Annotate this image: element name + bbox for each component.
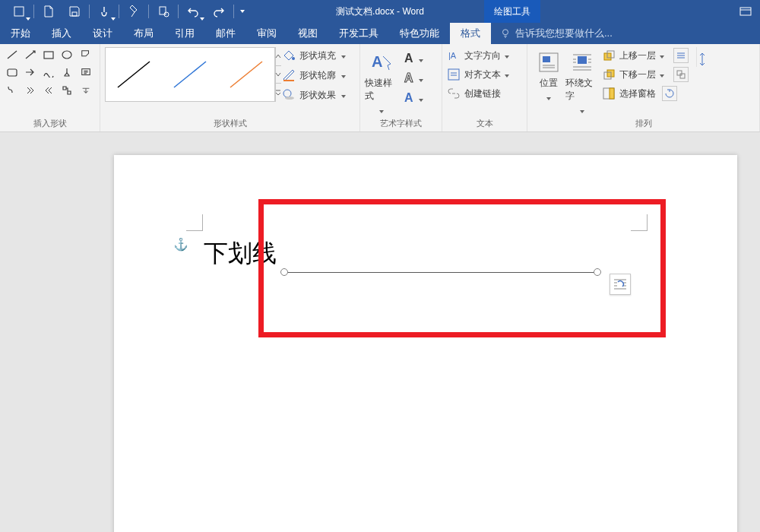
svg-rect-19 (448, 69, 459, 80)
redo-icon[interactable] (206, 0, 232, 23)
tab-references[interactable]: 引用 (164, 23, 205, 44)
tab-developer[interactable]: 开发工具 (328, 23, 389, 44)
qat-customize-icon[interactable] (236, 0, 249, 23)
group-wordart-styles: A 快速样式 A A A 艺术字样式 (360, 44, 442, 131)
position-button[interactable]: 位置 (532, 47, 565, 97)
svg-rect-0 (14, 7, 24, 16)
body-text[interactable]: 下划线 (204, 237, 277, 271)
undo-icon[interactable] (180, 0, 206, 23)
svg-text:A: A (372, 53, 382, 70)
pen-outline-icon (282, 68, 296, 82)
ribbon-display-options-icon[interactable] (734, 0, 757, 23)
align-text-button[interactable]: 对齐文本 (447, 66, 515, 83)
print-preview-icon[interactable] (150, 0, 176, 23)
group-label-arrange: 排列 (532, 118, 755, 131)
doc-filename: 测试文档.docx (336, 6, 394, 17)
tell-me-placeholder: 告诉我您想要做什么... (515, 27, 613, 40)
lightbulb-icon (500, 28, 511, 39)
quick-styles-button[interactable]: A 快速样式 (365, 47, 398, 109)
svg-rect-8 (8, 69, 17, 76)
new-file-icon[interactable] (36, 0, 62, 23)
selection-pane-button[interactable]: 选择窗格 (602, 85, 692, 102)
align-objects-icon[interactable] (673, 48, 689, 63)
wrap-text-button[interactable]: 环绕文字 (565, 47, 599, 109)
svg-rect-21 (543, 56, 550, 62)
align-text-icon (447, 68, 461, 81)
selection-pane-icon (602, 87, 616, 100)
resize-handle-right[interactable] (594, 268, 601, 276)
svg-rect-28 (680, 74, 685, 78)
group-objects-icon[interactable] (673, 67, 689, 82)
annotation-highlight-box (258, 199, 666, 337)
group-label-text: 文本 (447, 118, 522, 131)
tab-special[interactable]: 特色功能 (389, 23, 450, 44)
svg-rect-22 (578, 56, 587, 64)
group-label-shape-styles: 形状样式 (105, 118, 355, 131)
contextual-tab-label: 绘图工具 (484, 0, 540, 23)
svg-rect-30 (610, 88, 614, 99)
text-fill-button[interactable]: A (403, 50, 426, 67)
margin-corner-icon (186, 214, 203, 231)
format-painter-icon[interactable] (121, 0, 147, 23)
tab-home[interactable]: 开始 (0, 23, 41, 44)
svg-line-11 (174, 62, 206, 87)
bring-forward-button[interactable]: 上移一层 (602, 47, 692, 64)
tab-review[interactable]: 审阅 (246, 23, 287, 44)
tell-me-search[interactable]: 告诉我您想要做什么... (491, 23, 760, 44)
send-backward-button[interactable]: 下移一层 (602, 66, 692, 83)
shapes-gallery[interactable] (5, 47, 93, 97)
tab-format[interactable]: 格式 (450, 23, 491, 44)
position-icon (537, 50, 561, 74)
title-bar: 测试文档.docx - Word 绘图工具 (0, 0, 760, 23)
svg-point-7 (62, 51, 71, 59)
group-label-wordart: 艺术字样式 (365, 118, 437, 131)
tab-view[interactable]: 视图 (287, 23, 328, 44)
tab-insert[interactable]: 插入 (41, 23, 82, 44)
svg-point-13 (292, 57, 295, 60)
touch-mode-icon[interactable] (91, 0, 117, 23)
line-shape[interactable] (284, 272, 597, 274)
edit-shape-icon[interactable] (78, 47, 94, 62)
svg-point-15 (283, 90, 291, 97)
resize-handle-left[interactable] (280, 268, 288, 276)
text-direction-button[interactable]: |A 文字方向 (447, 47, 515, 64)
group-shape-styles: 形状填充 形状轮廓 形状效果 形状样式 (100, 44, 360, 131)
create-link-button[interactable]: 创建链接 (447, 85, 515, 102)
svg-rect-6 (44, 52, 53, 59)
shapes-more-icon[interactable] (78, 82, 94, 97)
tab-design[interactable]: 设计 (82, 23, 123, 44)
save-icon[interactable] (62, 0, 87, 23)
tab-mailings[interactable]: 邮件 (205, 23, 246, 44)
tab-layout[interactable]: 布局 (123, 23, 164, 44)
effects-icon (282, 88, 296, 102)
page[interactable]: ⚓ 下划线 (114, 155, 737, 532)
group-text: |A 文字方向 对齐文本 创建链接 文本 (442, 44, 527, 131)
group-insert-shapes: 插入形状 (0, 44, 100, 131)
group-label-insert-shapes: 插入形状 (5, 118, 95, 131)
document-area[interactable]: ⚓ 下划线 (0, 132, 760, 532)
ribbon: 插入形状 形状填充 (0, 44, 760, 132)
layout-options-button[interactable] (610, 274, 631, 295)
svg-point-16 (285, 97, 294, 100)
shape-outline-button[interactable]: 形状轮廓 (280, 67, 349, 84)
svg-rect-27 (677, 71, 682, 75)
app-menu-button[interactable] (6, 0, 32, 23)
svg-rect-14 (283, 80, 294, 81)
size-height-icon[interactable] (698, 52, 707, 67)
anchor-icon: ⚓ (173, 237, 188, 252)
text-box-icon[interactable] (78, 65, 94, 80)
text-direction-icon: |A (447, 49, 461, 62)
wordart-icon: A (369, 50, 394, 74)
wrap-text-icon (570, 50, 594, 74)
shape-fill-button[interactable]: 形状填充 (280, 47, 349, 64)
svg-rect-4 (740, 8, 751, 15)
margin-corner-icon (631, 214, 648, 231)
text-outline-button[interactable]: A (403, 70, 426, 87)
shape-style-gallery[interactable] (105, 47, 276, 102)
shape-effects-button[interactable]: 形状效果 (280, 87, 349, 103)
text-effects-button[interactable]: A (403, 90, 426, 106)
ribbon-tabs: 开始 插入 设计 布局 引用 邮件 审阅 视图 开发工具 特色功能 格式 告诉我… (0, 23, 760, 44)
send-backward-icon (602, 68, 616, 81)
rotate-icon[interactable] (662, 86, 677, 101)
svg-rect-1 (72, 12, 77, 16)
